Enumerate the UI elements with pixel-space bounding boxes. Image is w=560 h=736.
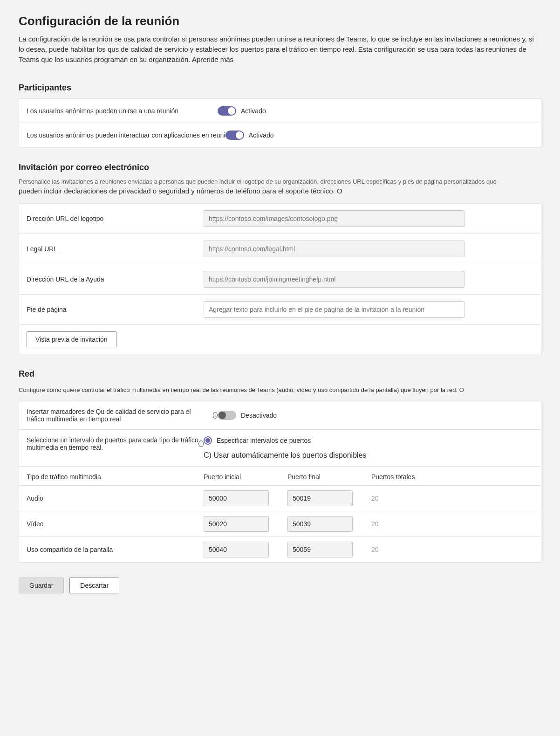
radio-specify-label: Especificar intervalos de puertos [217, 437, 311, 444]
footer-input[interactable] [204, 301, 464, 318]
audio-end-input[interactable] [287, 490, 353, 506]
logo-url-input[interactable] [204, 210, 464, 227]
email-panel: Dirección URL del logotipo Legal URL Dir… [19, 203, 541, 354]
qos-row: Insertar marcadores de Qu de calidad de … [19, 401, 541, 430]
preview-invite-button[interactable]: Vista previa de invitación [27, 331, 116, 347]
help-url-row: Dirección URL de la Ayuda [19, 264, 541, 295]
logo-url-label: Dirección URL del logotipo [27, 215, 204, 222]
network-heading: Red [19, 369, 541, 379]
footer-label: Pie de página [27, 306, 204, 313]
qos-label: Insertar marcadores de Qu de calidad de … [27, 408, 218, 423]
anon-join-label: Los usuarios anónimos pueden unirse a un… [27, 107, 218, 115]
legal-url-row: Legal URL [19, 234, 541, 264]
screen-start-input[interactable] [204, 542, 269, 557]
discard-button[interactable]: Descartar [69, 578, 119, 593]
video-end-input[interactable] [287, 516, 353, 532]
page-description: La configuración de la reunión se usa pa… [19, 34, 540, 64]
email-desc-small: Personalice las invitaciones a reuniones… [19, 178, 541, 185]
screen-total: 20 [371, 546, 427, 553]
qos-state: Desactivado [241, 412, 277, 419]
participants-heading: Participantes [19, 83, 541, 93]
audio-start-input[interactable] [204, 490, 269, 506]
qos-toggle[interactable] [218, 411, 236, 420]
help-url-input[interactable] [204, 271, 464, 288]
email-heading: Invitación por correo electrónico [19, 163, 541, 172]
anon-apps-row: Los usuarios anónimos pueden interactuar… [19, 123, 541, 147]
table-row: Uso compartido de la pantalla 20 [19, 537, 541, 562]
port-type: Uso compartido de la pantalla [27, 546, 204, 553]
anon-apps-label: Los usuarios anónimos pueden interactuar… [27, 131, 239, 139]
ports-table-header: Tipo de tráfico multimedia Puerto inicia… [19, 467, 541, 486]
port-mode-row: Seleccione un intervalo de puertos para … [19, 430, 541, 467]
legal-url-label: Legal URL [27, 245, 204, 253]
radio-auto-ports[interactable]: C) Usar automáticamente los puertos disp… [204, 451, 367, 460]
footer-row: Pie de página [19, 295, 541, 325]
qos-label-text: Insertar marcadores de Qu de calidad de … [27, 408, 210, 423]
page-title: Configuración de la reunión [19, 14, 541, 28]
audio-total: 20 [371, 495, 427, 502]
anon-apps-toggle[interactable] [225, 131, 244, 140]
logo-url-row: Dirección URL del logotipo [19, 204, 541, 234]
video-start-input[interactable] [204, 516, 269, 532]
preview-row: Vista previa de invitación [19, 325, 541, 354]
anon-apps-state: Activado [249, 131, 274, 139]
port-type: Audio [27, 495, 204, 502]
port-mode-label: Seleccione un intervalo de puertos para … [27, 436, 204, 451]
legal-url-input[interactable] [204, 241, 464, 257]
anon-join-toggle[interactable] [218, 106, 236, 116]
th-end: Puerto final [287, 473, 371, 481]
help-url-label: Dirección URL de la Ayuda [27, 275, 204, 283]
table-row: Vídeo 20 [19, 511, 541, 537]
th-start: Puerto inicial [204, 473, 287, 481]
screen-end-input[interactable] [287, 542, 353, 557]
port-mode-text: Seleccione un intervalo de puertos para … [27, 436, 205, 451]
network-panel: Insertar marcadores de Qu de calidad de … [19, 401, 541, 563]
anon-join-state: Activado [241, 107, 266, 115]
table-row: Audio 20 [19, 486, 541, 511]
video-total: 20 [371, 520, 427, 528]
anon-join-row: Los usuarios anónimos pueden unirse a un… [19, 99, 541, 123]
th-type: Tipo de tráfico multimedia [27, 473, 204, 481]
port-type: Vídeo [27, 520, 204, 528]
save-button[interactable]: Guardar [19, 578, 64, 593]
email-desc-bold: pueden incluir declaraciones de privacid… [19, 187, 541, 195]
participants-panel: Los usuarios anónimos pueden unirse a un… [19, 98, 541, 148]
network-desc: Configure cómo quiere controlar el tráfi… [19, 386, 541, 393]
th-total: Puertos totales [371, 473, 427, 481]
info-icon[interactable]: i [213, 412, 218, 419]
footer-actions: Guardar Descartar [19, 578, 541, 593]
radio-specify-ports[interactable] [204, 436, 212, 445]
